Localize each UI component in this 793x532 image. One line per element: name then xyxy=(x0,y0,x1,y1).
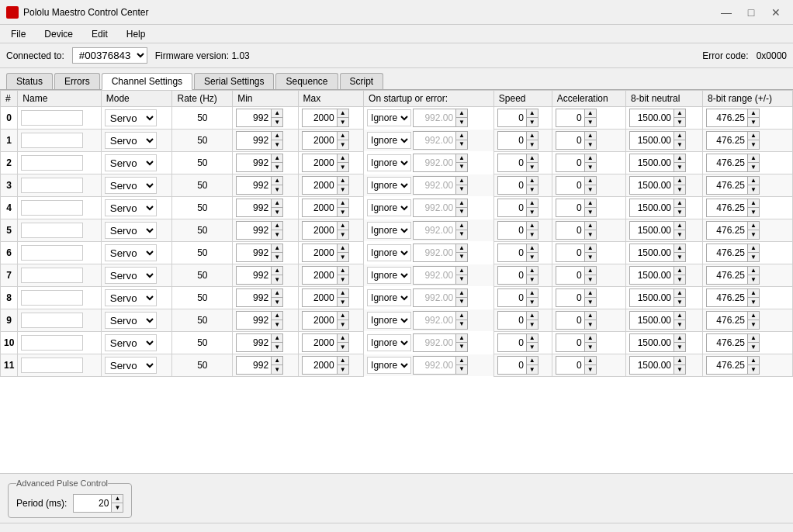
startup-val-down-7[interactable]: ▼ xyxy=(456,275,467,284)
max-up-6[interactable]: ▲ xyxy=(338,244,348,253)
channel-name-cell-11[interactable] xyxy=(18,354,101,377)
neutral-up-11[interactable]: ▲ xyxy=(674,357,685,365)
accel-input-0[interactable] xyxy=(556,109,584,126)
channel-accel-cell-5[interactable]: ▲ ▼ xyxy=(552,219,625,242)
max-spinbox-7[interactable]: ▲ ▼ xyxy=(302,266,349,285)
range-spinbox-11[interactable]: ▲ ▼ xyxy=(706,356,760,375)
channel-range-cell-1[interactable]: ▲ ▼ xyxy=(703,130,793,152)
range-input-8[interactable] xyxy=(707,289,747,306)
startup-val-spinbox-3[interactable]: ▲ ▼ xyxy=(413,176,468,195)
channel-accel-cell-10[interactable]: ▲ ▼ xyxy=(552,332,625,354)
channel-mode-select-9[interactable]: Servo Input Output xyxy=(105,312,157,329)
neutral-spinbox-5[interactable]: ▲ ▼ xyxy=(629,221,686,240)
channel-name-input-11[interactable] xyxy=(21,358,83,373)
max-input-0[interactable] xyxy=(303,109,337,126)
speed-down-1[interactable]: ▼ xyxy=(527,140,538,149)
range-spinbox-5[interactable]: ▲ ▼ xyxy=(706,221,760,240)
channel-startup-cell-0[interactable]: Ignore Go to ▲ ▼ xyxy=(364,107,493,129)
startup-val-up-9[interactable]: ▲ xyxy=(456,312,467,320)
channel-mode-select-5[interactable]: Servo Input Output xyxy=(105,222,157,239)
channel-max-cell-8[interactable]: ▲ ▼ xyxy=(298,287,363,309)
accel-up-3[interactable]: ▲ xyxy=(585,177,596,185)
startup-select-7[interactable]: Ignore Go to xyxy=(367,267,411,284)
startup-val-spinbox-7[interactable]: ▲ ▼ xyxy=(413,266,468,285)
channel-name-input-5[interactable] xyxy=(21,223,83,238)
channel-name-cell-1[interactable] xyxy=(18,130,101,152)
channel-startup-cell-11[interactable]: Ignore Go to ▲ ▼ xyxy=(364,354,493,376)
channel-speed-cell-6[interactable]: ▲ ▼ xyxy=(493,242,552,264)
speed-input-7[interactable] xyxy=(498,267,526,284)
channel-min-cell-10[interactable]: ▲ ▼ xyxy=(233,332,298,354)
channel-mode-select-1[interactable]: Servo Input Output xyxy=(105,132,157,149)
channel-speed-cell-5[interactable]: ▲ ▼ xyxy=(493,219,552,242)
channel-accel-cell-6[interactable]: ▲ ▼ xyxy=(552,242,625,264)
channel-min-cell-4[interactable]: ▲ ▼ xyxy=(233,197,298,219)
min-up-2[interactable]: ▲ xyxy=(272,154,282,163)
channel-accel-cell-8[interactable]: ▲ ▼ xyxy=(552,287,625,309)
neutral-spinbox-4[interactable]: ▲ ▼ xyxy=(629,199,686,217)
min-spinbox-1[interactable]: ▲ ▼ xyxy=(236,131,283,150)
channel-mode-select-7[interactable]: Servo Input Output xyxy=(105,267,157,284)
startup-val-down-10[interactable]: ▼ xyxy=(456,343,467,351)
speed-input-4[interactable] xyxy=(498,199,526,216)
accel-spinbox-11[interactable]: ▲ ▼ xyxy=(556,356,597,375)
min-spinbox-4[interactable]: ▲ ▼ xyxy=(236,199,283,217)
max-input-9[interactable] xyxy=(303,312,337,329)
speed-input-6[interactable] xyxy=(498,244,526,261)
accel-input-1[interactable] xyxy=(556,132,584,149)
range-spinbox-8[interactable]: ▲ ▼ xyxy=(706,288,760,307)
startup-val-spinbox-6[interactable]: ▲ ▼ xyxy=(413,244,468,262)
range-input-1[interactable] xyxy=(707,132,747,149)
min-input-6[interactable] xyxy=(237,244,271,261)
max-spinbox-0[interactable]: ▲ ▼ xyxy=(302,109,349,127)
channel-range-cell-9[interactable]: ▲ ▼ xyxy=(703,309,793,332)
channel-speed-cell-3[interactable]: ▲ ▼ xyxy=(493,174,552,197)
channel-accel-cell-9[interactable]: ▲ ▼ xyxy=(552,309,625,332)
max-down-3[interactable]: ▼ xyxy=(338,185,348,194)
neutral-input-8[interactable] xyxy=(630,289,674,306)
accel-down-6[interactable]: ▼ xyxy=(585,253,596,261)
range-down-7[interactable]: ▼ xyxy=(748,275,759,284)
range-input-9[interactable] xyxy=(707,312,747,329)
neutral-input-2[interactable] xyxy=(630,154,674,171)
tab-status[interactable]: Status xyxy=(6,73,53,89)
channel-min-cell-2[interactable]: ▲ ▼ xyxy=(233,152,298,174)
max-input-8[interactable] xyxy=(303,289,337,306)
channel-min-cell-3[interactable]: ▲ ▼ xyxy=(233,174,298,197)
range-input-2[interactable] xyxy=(707,154,747,171)
range-spinbox-7[interactable]: ▲ ▼ xyxy=(706,266,760,285)
channel-name-cell-0[interactable] xyxy=(18,107,101,130)
accel-input-8[interactable] xyxy=(556,289,584,306)
speed-down-0[interactable]: ▼ xyxy=(527,118,538,126)
channel-mode-select-8[interactable]: Servo Input Output xyxy=(105,289,157,306)
max-input-7[interactable] xyxy=(303,267,337,284)
channel-name-cell-9[interactable] xyxy=(18,309,101,332)
menu-edit[interactable]: Edit xyxy=(85,27,114,41)
channel-name-input-4[interactable] xyxy=(21,200,83,216)
speed-up-1[interactable]: ▲ xyxy=(527,132,538,140)
channel-name-input-2[interactable] xyxy=(21,155,83,171)
channel-mode-select-4[interactable]: Servo Input Output xyxy=(105,199,157,216)
range-down-5[interactable]: ▼ xyxy=(748,230,759,239)
channel-mode-cell-0[interactable]: Servo Input Output xyxy=(101,107,172,130)
range-input-11[interactable] xyxy=(707,357,747,374)
channel-name-cell-6[interactable] xyxy=(18,242,101,264)
channel-name-input-10[interactable] xyxy=(21,335,83,351)
min-input-2[interactable] xyxy=(237,154,271,171)
channel-startup-cell-3[interactable]: Ignore Go to ▲ ▼ xyxy=(364,174,493,196)
neutral-up-1[interactable]: ▲ xyxy=(674,132,685,140)
tab-channel-settings[interactable]: Channel Settings xyxy=(102,73,192,90)
channel-speed-cell-0[interactable]: ▲ ▼ xyxy=(493,107,552,130)
speed-input-2[interactable] xyxy=(498,154,526,171)
channel-speed-cell-11[interactable]: ▲ ▼ xyxy=(493,354,552,377)
max-down-11[interactable]: ▼ xyxy=(338,365,348,374)
min-input-5[interactable] xyxy=(237,222,271,239)
min-up-4[interactable]: ▲ xyxy=(272,199,282,208)
speed-down-7[interactable]: ▼ xyxy=(527,275,538,284)
period-spin-down[interactable]: ▼ xyxy=(112,503,123,512)
startup-val-up-1[interactable]: ▲ xyxy=(456,132,467,140)
speed-spinbox-3[interactable]: ▲ ▼ xyxy=(497,176,538,195)
range-spinbox-2[interactable]: ▲ ▼ xyxy=(706,154,760,172)
startup-select-5[interactable]: Ignore Go to xyxy=(367,222,411,239)
accel-spinbox-0[interactable]: ▲ ▼ xyxy=(556,109,597,127)
